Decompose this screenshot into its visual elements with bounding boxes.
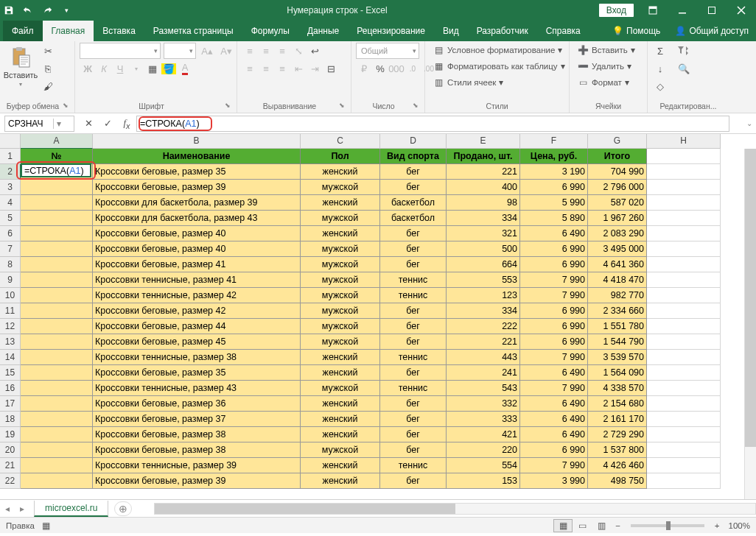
currency-button[interactable]: ₽ xyxy=(356,60,372,77)
data-cell[interactable]: Кроссовки теннисные, размер 39 xyxy=(93,458,301,473)
empty-cell[interactable] xyxy=(647,365,721,381)
data-cell[interactable]: бег xyxy=(380,180,447,195)
formula-bar[interactable]: =СТРОКА(A1) xyxy=(136,116,729,132)
data-cell[interactable] xyxy=(21,396,93,412)
data-cell[interactable]: женский xyxy=(301,458,380,473)
comma-button[interactable]: 000 xyxy=(388,60,405,77)
header-cell[interactable]: Наименование xyxy=(93,149,301,164)
column-header[interactable]: H xyxy=(647,134,721,149)
data-cell[interactable]: мужской xyxy=(301,257,380,272)
data-cell[interactable]: бег xyxy=(380,319,447,334)
data-cell[interactable]: 498 750 xyxy=(588,473,647,489)
data-cell[interactable]: Кроссовки беговые, размер 35 xyxy=(93,164,301,180)
font-combo[interactable] xyxy=(80,43,161,59)
data-cell[interactable]: 1 537 800 xyxy=(588,442,647,458)
align-middle-button[interactable]: ≡ xyxy=(258,43,274,59)
data-cell[interactable]: 6 990 xyxy=(520,257,588,272)
data-cell[interactable]: бег xyxy=(380,412,447,427)
data-cell[interactable]: 443 xyxy=(447,350,520,365)
empty-cell[interactable] xyxy=(647,164,721,180)
data-cell[interactable]: мужской xyxy=(301,272,380,288)
format-table-button[interactable]: ▦Форматировать как таблицу ▾ xyxy=(430,59,568,74)
active-cell[interactable]: =СТРОКА(A1) xyxy=(21,163,91,177)
horizontal-scrollbar[interactable] xyxy=(154,503,756,515)
data-cell[interactable]: 3 190 xyxy=(520,164,588,180)
data-cell[interactable]: бег xyxy=(380,473,447,489)
font-color-button[interactable]: A xyxy=(177,60,193,77)
name-box-input[interactable] xyxy=(5,119,53,129)
data-cell[interactable]: 98 xyxy=(447,195,520,211)
data-cell[interactable]: Кроссовки теннисные, размер 43 xyxy=(93,381,301,396)
row-header[interactable]: 3 xyxy=(0,180,21,195)
data-cell[interactable] xyxy=(21,195,93,211)
data-cell[interactable]: 5 890 xyxy=(520,211,588,226)
data-cell[interactable]: 4 418 470 xyxy=(588,272,647,288)
empty-cell[interactable] xyxy=(647,412,721,427)
name-box[interactable]: ▾ xyxy=(4,116,74,132)
ribbon-display-button[interactable] xyxy=(638,0,668,21)
row-header[interactable]: 1 xyxy=(0,149,21,164)
format-cells-button[interactable]: ▭Формат ▾ xyxy=(574,75,632,90)
data-cell[interactable]: 221 xyxy=(447,334,520,350)
header-cell[interactable]: Продано, шт. xyxy=(447,149,520,164)
data-cell[interactable]: женский xyxy=(301,427,380,442)
column-header[interactable]: D xyxy=(380,134,447,149)
data-cell[interactable]: 554 xyxy=(447,458,520,473)
select-all-corner[interactable] xyxy=(0,134,21,149)
row-header[interactable]: 5 xyxy=(0,211,21,226)
data-cell[interactable]: Кроссовки беговые, размер 35 xyxy=(93,365,301,381)
add-sheet-button[interactable]: ⊕ xyxy=(114,501,132,516)
sheet-tab[interactable]: microexcel.ru xyxy=(34,501,108,517)
data-cell[interactable]: 7 990 xyxy=(520,272,588,288)
orientation-button[interactable]: ⤡ xyxy=(290,43,307,59)
empty-cell[interactable] xyxy=(647,180,721,195)
row-header[interactable]: 10 xyxy=(0,288,21,303)
view-page-break-button[interactable]: ▥ xyxy=(592,519,611,532)
header-cell[interactable]: Вид спорта xyxy=(380,149,447,164)
data-cell[interactable]: 1 544 790 xyxy=(588,334,647,350)
data-cell[interactable]: 6 990 xyxy=(520,334,588,350)
data-cell[interactable]: 6 990 xyxy=(520,180,588,195)
autosum-button[interactable]: Σ xyxy=(652,43,668,59)
data-cell[interactable]: Кроссовки беговые, размер 39 xyxy=(93,473,301,489)
data-cell[interactable]: мужской xyxy=(301,288,380,303)
data-cell[interactable]: 2 334 660 xyxy=(588,303,647,319)
data-cell[interactable]: мужской xyxy=(301,211,380,226)
header-cell[interactable]: Пол xyxy=(301,149,380,164)
data-cell[interactable]: 543 xyxy=(447,381,520,396)
header-cell[interactable]: Цена, руб. xyxy=(520,149,588,164)
empty-cell[interactable] xyxy=(647,396,721,412)
empty-cell[interactable] xyxy=(647,458,721,473)
clear-button[interactable]: ◇ xyxy=(652,78,668,94)
row-header[interactable]: 17 xyxy=(0,396,21,412)
data-cell[interactable] xyxy=(21,241,93,257)
data-cell[interactable]: 334 xyxy=(447,303,520,319)
macro-record-icon[interactable]: ▦ xyxy=(42,521,50,531)
data-cell[interactable]: женский xyxy=(301,412,380,427)
data-cell[interactable]: 6 490 xyxy=(520,412,588,427)
zoom-slider-thumb[interactable] xyxy=(666,521,671,530)
format-painter-button[interactable]: 🖌 xyxy=(40,78,56,94)
data-cell[interactable]: бег xyxy=(380,164,447,180)
data-cell[interactable]: 4 641 360 xyxy=(588,257,647,272)
zoom-slider[interactable] xyxy=(631,524,704,527)
data-cell[interactable]: 241 xyxy=(447,365,520,381)
cond-format-button[interactable]: ▤Условное форматирование ▾ xyxy=(430,43,565,57)
empty-cell[interactable] xyxy=(647,303,721,319)
data-cell[interactable]: женский xyxy=(301,396,380,412)
empty-cell[interactable] xyxy=(647,211,721,226)
data-cell[interactable]: Кроссовки теннисные, размер 38 xyxy=(93,350,301,365)
data-cell[interactable]: женский xyxy=(301,226,380,241)
hscroll-thumb[interactable] xyxy=(155,504,455,514)
data-cell[interactable]: бег xyxy=(380,226,447,241)
row-header[interactable]: 20 xyxy=(0,442,21,458)
data-cell[interactable] xyxy=(21,211,93,226)
empty-cell[interactable] xyxy=(647,288,721,303)
tell-me[interactable]: 💡Помощь xyxy=(605,21,668,41)
data-cell[interactable] xyxy=(21,365,93,381)
data-cell[interactable]: 5 990 xyxy=(520,195,588,211)
empty-cell[interactable] xyxy=(647,334,721,350)
data-cell[interactable] xyxy=(21,319,93,334)
redo-button[interactable] xyxy=(38,1,56,19)
data-cell[interactable]: мужской xyxy=(301,442,380,458)
